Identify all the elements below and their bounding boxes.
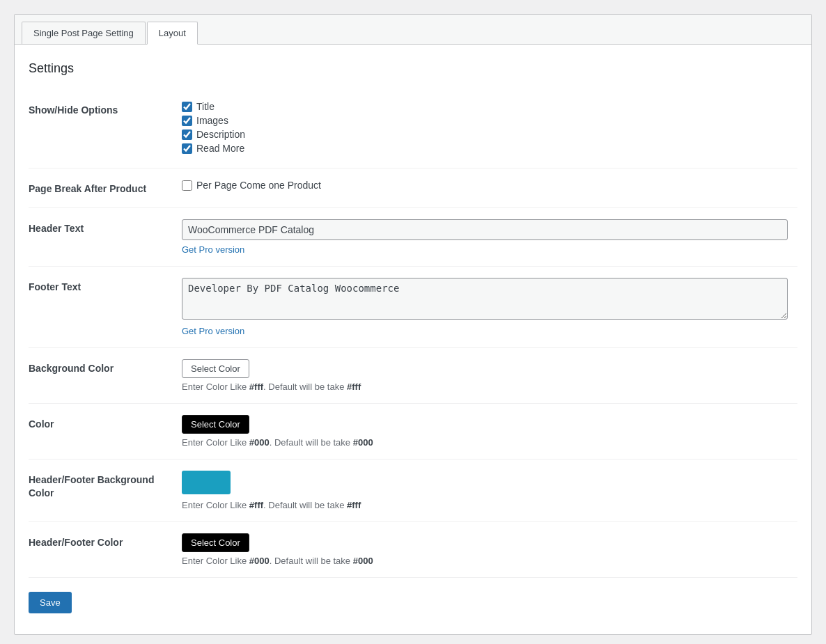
hint-hfbg-code2: #fff (347, 500, 361, 510)
btn-background-color[interactable]: Select Color (182, 359, 249, 378)
checkbox-title[interactable] (182, 102, 192, 112)
row-footer-text: Footer Text Developer By PDF Catalog Woo… (29, 267, 797, 348)
label-hf-bg-color: Header/Footer Background Color (29, 471, 182, 501)
save-button[interactable]: Save (29, 592, 72, 613)
row-page-break: Page Break After Product Per Page Come o… (29, 168, 797, 208)
hint-hfc-code1: #000 (249, 556, 270, 566)
checkbox-item-title: Title (182, 101, 797, 112)
checkbox-images[interactable] (182, 116, 192, 126)
hint-hfbg-text: Enter Color Like (182, 500, 249, 510)
checkbox-readmore[interactable] (182, 143, 192, 154)
main-card: Single Post Page Setting Layout Settings… (14, 14, 812, 635)
field-header-text: Get Pro version (182, 219, 797, 255)
checkbox-pagebreak[interactable] (182, 180, 192, 191)
label-page-break: Page Break After Product (29, 180, 182, 196)
field-page-break: Per Page Come one Product (182, 180, 797, 194)
section-title: Settings (29, 61, 797, 76)
btn-hf-bg-color-swatch[interactable] (182, 471, 231, 494)
tab-single-post[interactable]: Single Post Page Setting (22, 22, 146, 44)
field-footer-text: Developer By PDF Catalog Woocommerce Get… (182, 278, 797, 336)
row-hf-color: Header/Footer Color Select Color Enter C… (29, 522, 797, 578)
hint-hfc-text: Enter Color Like (182, 556, 249, 566)
hint-color-code1: #000 (249, 437, 270, 448)
field-background-color: Select Color Enter Color Like #fff. Defa… (182, 359, 797, 392)
label-show-hide: Show/Hide Options (29, 101, 182, 118)
tabs-container: Single Post Page Setting Layout (15, 15, 811, 45)
label-pagebreak[interactable]: Per Page Come one Product (196, 180, 321, 191)
label-background-color: Background Color (29, 359, 182, 376)
label-header-text: Header Text (29, 219, 182, 236)
hint-hfbg-code1: #fff (249, 500, 263, 510)
hint-hf-bg-color: Enter Color Like #fff. Default will be t… (182, 500, 797, 510)
checkbox-item-readmore: Read More (182, 143, 797, 154)
input-header-text[interactable] (182, 219, 788, 240)
link-header-pro[interactable]: Get Pro version (182, 244, 244, 255)
row-hf-bg-color: Header/Footer Background Color Enter Col… (29, 460, 797, 522)
hint-color-text: Enter Color Like (182, 437, 249, 448)
hint-bg-text: Enter Color Like (182, 382, 249, 392)
hint-bg-middle: . Default will be take (263, 382, 347, 392)
row-color: Color Select Color Enter Color Like #000… (29, 404, 797, 460)
btn-hf-color[interactable]: Select Color (182, 533, 249, 552)
hint-hfc-code2: #000 (353, 556, 373, 566)
field-show-hide: Title Images Description Read More (182, 101, 797, 157)
btn-color[interactable]: Select Color (182, 415, 249, 434)
hint-color: Enter Color Like #000. Default will be t… (182, 437, 797, 448)
link-footer-pro[interactable]: Get Pro version (182, 326, 244, 336)
row-header-text: Header Text Get Pro version (29, 208, 797, 267)
field-color: Select Color Enter Color Like #000. Defa… (182, 415, 797, 448)
label-title[interactable]: Title (196, 101, 215, 112)
row-background-color: Background Color Select Color Enter Colo… (29, 348, 797, 404)
hint-hfbg-middle: . Default will be take (263, 500, 347, 510)
label-description[interactable]: Description (196, 129, 245, 140)
textarea-footer-text[interactable]: Developer By PDF Catalog Woocommerce (182, 278, 788, 320)
label-images[interactable]: Images (196, 115, 228, 126)
checkbox-description[interactable] (182, 129, 192, 140)
hint-color-middle: . Default will be take (270, 437, 353, 448)
label-footer-text: Footer Text (29, 278, 182, 294)
label-readmore[interactable]: Read More (196, 143, 244, 154)
field-hf-color: Select Color Enter Color Like #000. Defa… (182, 533, 797, 566)
hint-bg-code2: #fff (347, 382, 361, 392)
checkbox-item-images: Images (182, 115, 797, 126)
field-hf-bg-color: Enter Color Like #fff. Default will be t… (182, 471, 797, 510)
label-hf-color: Header/Footer Color (29, 533, 182, 550)
checkbox-item-pagebreak: Per Page Come one Product (182, 180, 797, 191)
tab-layout[interactable]: Layout (147, 22, 198, 45)
hint-color-code2: #000 (353, 437, 373, 448)
hint-bg-code1: #fff (249, 382, 263, 392)
content-area: Settings Show/Hide Options Title Images (15, 45, 811, 634)
hint-hf-color: Enter Color Like #000. Default will be t… (182, 556, 797, 566)
checkbox-item-description: Description (182, 129, 797, 140)
hint-background-color: Enter Color Like #fff. Default will be t… (182, 382, 797, 392)
label-color: Color (29, 415, 182, 432)
hint-hfc-middle: . Default will be take (270, 556, 353, 566)
row-show-hide: Show/Hide Options Title Images Descripti… (29, 90, 797, 168)
outer-wrapper: Single Post Page Setting Layout Settings… (0, 0, 826, 644)
